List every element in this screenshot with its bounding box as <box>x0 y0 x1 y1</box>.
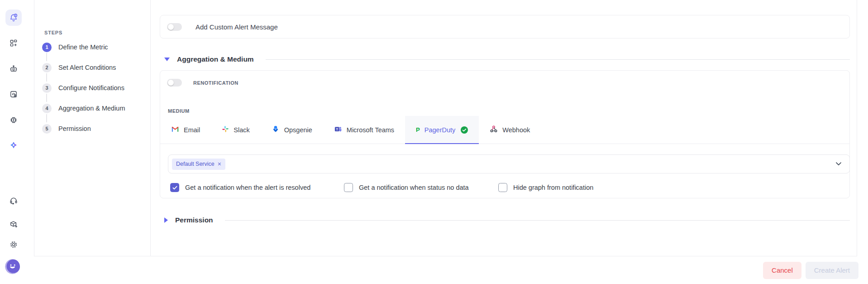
custom-alert-message-toggle[interactable] <box>167 23 182 31</box>
step-number: 5 <box>42 124 52 134</box>
step-define-the-metric[interactable]: 1 Define the Metric <box>42 42 108 52</box>
medium-label: MEDIUM <box>168 108 190 114</box>
checkbox-hide-graph[interactable]: Hide graph from notification <box>498 183 593 192</box>
section-rule <box>266 59 850 60</box>
tab-opsgenie[interactable]: Opsgenie <box>261 116 323 144</box>
integrations-box-icon <box>9 220 18 229</box>
checkbox-icon <box>498 183 507 192</box>
toggle-knob <box>168 80 174 86</box>
opsgenie-icon <box>272 125 280 135</box>
panel-right-border <box>857 0 857 256</box>
panel-left-border <box>34 0 34 284</box>
chevron-down-icon <box>164 58 170 61</box>
step-number: 2 <box>42 63 52 72</box>
tab-label: Email <box>184 126 200 134</box>
robot-icon <box>9 64 18 73</box>
tab-label: Slack <box>234 126 249 134</box>
dashboard-add-icon <box>9 39 18 48</box>
support-headset-icon <box>9 196 18 205</box>
checkbox-label: Get a notification when status no data <box>359 184 469 191</box>
chip-icon <box>9 116 18 125</box>
steps-heading: STEPS <box>44 30 62 35</box>
svg-text:T: T <box>336 128 338 131</box>
create-alert-page: STEPS 1 Define the Metric 2 Set Alert Co… <box>0 0 868 284</box>
sidebar-item-integrations[interactable] <box>5 216 22 232</box>
sidebar-item-dashboards[interactable] <box>5 35 22 51</box>
renotification-label: RENOTIFICATION <box>193 80 238 86</box>
step-number: 3 <box>42 83 52 93</box>
create-alert-button[interactable]: Create Alert <box>806 262 858 279</box>
tab-webhook[interactable]: Webhook <box>479 116 541 144</box>
checkbox-icon <box>170 183 179 192</box>
step-aggregation-medium[interactable]: 4 Aggregation & Medium <box>42 103 125 113</box>
checkbox-label: Hide graph from notification <box>513 184 593 191</box>
selected-service-chip: Default Service × <box>172 159 225 170</box>
tab-label: Webhook <box>502 126 530 134</box>
sidebar-item-ai[interactable] <box>5 138 22 154</box>
aggregation-medium-card: RENOTIFICATION MEDIUM Email Slack Opsgen… <box>160 70 850 198</box>
chip-label: Default Service <box>176 161 215 167</box>
aggregation-medium-section-header[interactable]: Aggregation & Medium <box>164 55 850 63</box>
gmail-icon <box>171 125 179 135</box>
section-title: Aggregation & Medium <box>177 55 254 63</box>
step-connector <box>46 53 47 61</box>
step-label: Configure Notifications <box>58 84 124 91</box>
sidebar-item-alerts[interactable] <box>5 10 22 26</box>
checkbox-notify-resolved[interactable]: Get a notification when the alert is res… <box>170 183 310 192</box>
footer-bar: Cancel Create Alert <box>34 256 868 284</box>
step-configure-notifications[interactable]: 3 Configure Notifications <box>42 83 124 93</box>
step-label: Permission <box>58 125 91 132</box>
tab-label: PagerDuty <box>424 126 456 134</box>
renotification-toggle[interactable] <box>167 79 182 87</box>
chevron-right-icon <box>164 217 168 223</box>
verified-check-icon <box>461 126 468 134</box>
tab-pagerduty[interactable]: P PagerDuty <box>405 116 479 144</box>
pagerduty-icon: P <box>416 126 420 133</box>
sidebar-item-surveys[interactable] <box>5 86 22 102</box>
step-number: 1 <box>42 43 52 52</box>
step-connector <box>46 73 47 82</box>
checkbox-notify-no-data[interactable]: Get a notification when status no data <box>344 183 469 192</box>
alerts-bell-icon <box>9 13 18 22</box>
sidebar-item-bots[interactable] <box>5 61 22 77</box>
step-label: Set Alert Conditions <box>58 64 116 71</box>
tab-slack[interactable]: Slack <box>211 116 260 144</box>
tab-microsoft-teams[interactable]: T Microsoft Teams <box>323 116 405 144</box>
smiley-avatar-icon <box>5 268 20 274</box>
webhook-icon <box>490 125 498 135</box>
pagerduty-service-select[interactable]: Default Service × <box>168 154 850 173</box>
custom-alert-message-card: Add Custom Alert Message <box>160 15 850 39</box>
sidebar-item-support[interactable] <box>5 193 22 209</box>
steps-divider <box>150 0 151 256</box>
step-permission[interactable]: 5 Permission <box>42 124 91 134</box>
section-rule <box>225 220 850 221</box>
step-label: Aggregation & Medium <box>58 105 125 112</box>
step-set-alert-conditions[interactable]: 2 Set Alert Conditions <box>42 63 116 72</box>
toggle-knob <box>168 24 174 30</box>
sidebar-item-settings[interactable] <box>5 236 22 253</box>
settings-gear-icon <box>9 240 18 249</box>
remove-chip-icon[interactable]: × <box>218 161 221 167</box>
step-connector <box>46 114 47 122</box>
section-title: Permission <box>175 216 213 224</box>
slack-icon <box>222 125 229 134</box>
checkbox-icon <box>344 183 353 192</box>
survey-icon <box>9 90 18 99</box>
tab-email[interactable]: Email <box>160 116 211 144</box>
permission-section-header[interactable]: Permission <box>164 216 850 224</box>
user-avatar[interactable] <box>5 259 20 274</box>
ai-sparkle-icon <box>9 141 18 150</box>
teams-icon: T <box>334 125 342 135</box>
chevron-down-icon <box>836 162 841 166</box>
cancel-button[interactable]: Cancel <box>763 262 801 279</box>
tab-label: Opsgenie <box>284 126 312 134</box>
tab-label: Microsoft Teams <box>347 126 394 134</box>
checkbox-label: Get a notification when the alert is res… <box>185 184 310 191</box>
step-connector <box>46 94 47 102</box>
step-number: 4 <box>42 104 52 113</box>
sidebar-item-processors[interactable] <box>5 112 22 128</box>
medium-tabs: Email Slack Opsgenie T Microsoft Teams P… <box>160 116 849 144</box>
custom-alert-message-label: Add Custom Alert Message <box>196 23 278 31</box>
step-label: Define the Metric <box>58 43 108 51</box>
